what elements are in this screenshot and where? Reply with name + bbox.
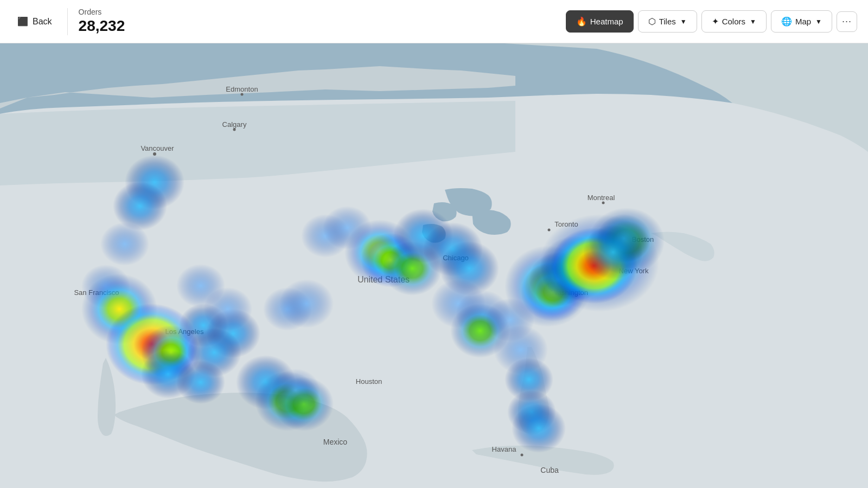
back-icon: ⬛	[17, 16, 28, 27]
more-icon: ···	[842, 16, 852, 27]
svg-text:Havana: Havana	[492, 445, 517, 453]
heatmap-button[interactable]: 🔥 Heatmap	[566, 10, 634, 33]
tiles-icon: ⬡	[648, 16, 656, 27]
heatmap-icon: 🔥	[576, 16, 587, 27]
svg-point-34	[203, 287, 252, 331]
svg-point-11	[548, 229, 551, 232]
heatmap-label: Heatmap	[590, 17, 623, 26]
map-dropdown-icon: ▼	[815, 18, 822, 25]
svg-point-58	[512, 404, 566, 453]
header: ⬛ Back Orders 28,232 🔥 Heatmap ⬡ Tiles ▼…	[0, 0, 868, 43]
svg-point-67	[583, 225, 643, 279]
svg-point-13	[602, 202, 605, 204]
svg-text:Montreal: Montreal	[588, 194, 615, 202]
colors-icon: ✦	[712, 16, 719, 27]
more-button[interactable]: ···	[837, 11, 857, 32]
svg-point-4	[233, 129, 236, 131]
svg-text:Mexico: Mexico	[323, 438, 348, 446]
back-button[interactable]: ⬛ Back	[11, 12, 59, 31]
title-block: Orders 28,232	[79, 8, 125, 35]
svg-point-36	[176, 361, 225, 404]
svg-point-25	[100, 222, 149, 266]
order-count: 28,232	[79, 17, 125, 35]
toolbar: 🔥 Heatmap ⬡ Tiles ▼ ✦ Colors ▼ 🌐 Map ▼ ·…	[566, 10, 857, 33]
map-button[interactable]: 🌐 Map ▼	[771, 10, 832, 33]
svg-text:Houston: Houston	[356, 377, 382, 386]
svg-text:Calgary: Calgary	[222, 120, 247, 129]
map-icon: 🌐	[781, 16, 792, 27]
svg-text:Cuba: Cuba	[540, 466, 559, 474]
map-container[interactable]: Edmonton Calgary Vancouver San Francisco…	[0, 43, 868, 488]
tiles-dropdown-icon: ▼	[680, 18, 687, 25]
tiles-button[interactable]: ⬡ Tiles ▼	[638, 10, 697, 33]
svg-text:Edmonton: Edmonton	[226, 85, 258, 93]
colors-label: Colors	[722, 17, 745, 26]
back-label: Back	[33, 17, 52, 27]
svg-point-42	[279, 279, 334, 328]
page-title: Orders	[79, 8, 125, 17]
svg-point-20	[521, 454, 524, 457]
svg-point-40	[271, 369, 320, 412]
map-svg: Edmonton Calgary Vancouver San Francisco…	[0, 43, 868, 488]
header-divider	[67, 8, 68, 35]
svg-text:Vancouver: Vancouver	[141, 144, 174, 152]
map-label: Map	[795, 17, 811, 26]
svg-point-2	[241, 93, 244, 96]
colors-button[interactable]: ✦ Colors ▼	[701, 10, 767, 33]
colors-dropdown-icon: ▼	[750, 18, 756, 25]
tiles-label: Tiles	[659, 17, 676, 26]
